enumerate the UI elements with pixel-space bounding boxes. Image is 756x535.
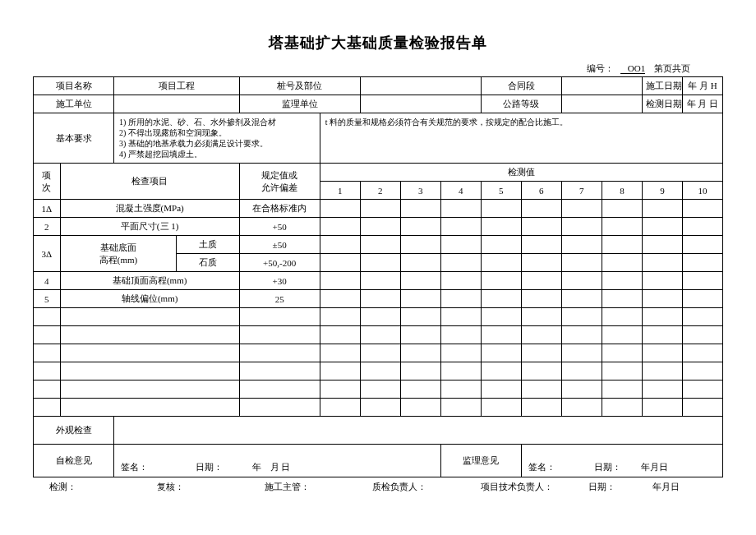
table-row: 自检意见 签名： 日期： 年 月 日 监理意见 签名： 日期： 年月日 xyxy=(34,445,723,477)
col-num: 1 xyxy=(320,182,360,200)
row-spec: ±50 xyxy=(239,236,320,254)
row-spec: 在合格标准内 xyxy=(239,200,320,218)
id-label: 编号： xyxy=(587,63,614,73)
spec-header: 规定值或 允许偏差 xyxy=(239,164,320,200)
table-row: 项 次 检查项目 规定值或 允许偏差 检测值 xyxy=(34,164,723,182)
basic-req-left: 1) 所用的水泥、砂、石、水外掺剂及混合材 2) 不得出现露筋和空洞现象。 3)… xyxy=(114,113,320,164)
blank-cell xyxy=(114,95,240,113)
row-sub: 土质 xyxy=(177,236,239,254)
footer-date: 日期： xyxy=(588,481,653,493)
row-spec: +50,-200 xyxy=(239,254,320,272)
footer-date-val: 年月日 xyxy=(652,481,707,493)
seq-header: 项 次 xyxy=(34,164,61,200)
contract-label: 合同段 xyxy=(481,77,561,95)
footer-qc: 质检负责人： xyxy=(372,481,480,493)
project-eng-label: 项目工程 xyxy=(114,77,240,95)
footer-tech: 项目技术负责人： xyxy=(481,481,588,493)
table-row: 项目名称 项目工程 桩号及部位 合同段 施工日期 年 月 H xyxy=(34,77,723,95)
table-row: 1Δ 混凝土强度(MPa) 在合格标准内 xyxy=(34,200,723,218)
basic-req-right: t 料的质量和规格必须符合有关规范的要求，按规定的配合比施工。 xyxy=(320,113,722,164)
vals-header: 检测值 xyxy=(320,164,722,182)
self-opinion-label: 自检意见 xyxy=(34,445,114,477)
test-date-label: 检测日期 xyxy=(642,95,682,113)
table-row xyxy=(34,308,723,326)
table-row: 外观检查 xyxy=(34,417,723,445)
col-num: 6 xyxy=(521,182,561,200)
date-value: 年 月 H xyxy=(682,77,722,95)
inspection-form: 项目名称 项目工程 桩号及部位 合同段 施工日期 年 月 H 施工单位 监理单位… xyxy=(33,76,723,477)
row-spec: +30 xyxy=(239,272,320,290)
table-row: 3Δ 基础底面 高程(mm) 土质 ±50 xyxy=(34,236,723,254)
footer-row: 检测： 复核： 施工主管： 质检负责人： 项目技术负责人： 日期： 年月日 xyxy=(33,481,723,493)
supervise-opinion-sign: 签名： 日期： 年月日 xyxy=(521,445,722,477)
supervise-opinion-label: 监理意见 xyxy=(440,445,521,477)
row-item: 轴线偏位(mm) xyxy=(60,290,239,308)
project-name-label: 项目名称 xyxy=(34,77,114,95)
row-no: 3Δ xyxy=(34,236,61,272)
row-spec: 25 xyxy=(239,290,320,308)
col-num: 7 xyxy=(561,182,602,200)
table-row xyxy=(34,380,723,399)
col-num: 4 xyxy=(440,182,481,200)
road-grade-label: 公路等级 xyxy=(481,95,561,113)
footer-check: 检测： xyxy=(49,481,157,493)
table-row xyxy=(34,326,723,344)
row-item: 基础顶面高程(mm) xyxy=(60,272,239,290)
table-row: 4 基础顶面高程(mm) +30 xyxy=(34,272,723,290)
id-row: 编号：OO1 第页共页 xyxy=(33,62,723,75)
report-title: 塔基础扩大基础质量检验报告单 xyxy=(33,33,723,53)
blank-cell xyxy=(561,95,642,113)
row-item: 混凝土强度(MPa) xyxy=(60,200,239,218)
table-row xyxy=(34,362,723,380)
col-num: 8 xyxy=(602,182,642,200)
blank-cell xyxy=(360,77,481,95)
row-no: 2 xyxy=(34,218,61,236)
row-no: 1Δ xyxy=(34,200,61,218)
construct-date-label: 施工日期 xyxy=(642,77,682,95)
col-num: 9 xyxy=(642,182,682,200)
footer-review: 复核： xyxy=(157,481,265,493)
row-item: 基础底面 高程(mm) xyxy=(60,236,177,272)
self-opinion-sign: 签名： 日期： 年 月 日 xyxy=(114,445,441,477)
blank-cell xyxy=(360,95,481,113)
page-label: 第页共页 xyxy=(654,63,690,73)
table-row: 基本要求 1) 所用的水泥、砂、石、水外掺剂及混合材 2) 不得出现露筋和空洞现… xyxy=(34,113,723,164)
construct-unit-label: 施工单位 xyxy=(34,95,114,113)
date-value: 年 月 日 xyxy=(682,95,722,113)
row-sub: 石质 xyxy=(177,254,239,272)
check-item-header: 检查项目 xyxy=(60,164,239,200)
col-num: 10 xyxy=(682,182,722,200)
col-num: 3 xyxy=(400,182,440,200)
id-value: OO1 xyxy=(620,63,645,74)
col-num: 2 xyxy=(360,182,400,200)
row-no: 5 xyxy=(34,290,61,308)
blank-cell xyxy=(114,417,723,445)
appearance-label: 外观检查 xyxy=(34,417,114,445)
table-row: 2 平面尺寸(三 1) +50 xyxy=(34,218,723,236)
row-no: 4 xyxy=(34,272,61,290)
blank-cell xyxy=(561,77,642,95)
row-item: 平面尺寸(三 1) xyxy=(60,218,239,236)
col-num: 5 xyxy=(481,182,521,200)
basic-req-label: 基本要求 xyxy=(34,113,114,164)
footer-construct-mgr: 施工主管： xyxy=(265,481,372,493)
supervise-unit-label: 监理单位 xyxy=(239,95,360,113)
row-spec: +50 xyxy=(239,218,320,236)
table-row xyxy=(34,399,723,417)
table-row xyxy=(34,344,723,362)
table-row: 5 轴线偏位(mm) 25 xyxy=(34,290,723,308)
pile-pos-label: 桩号及部位 xyxy=(239,77,360,95)
table-row: 施工单位 监理单位 公路等级 检测日期 年 月 日 xyxy=(34,95,723,113)
